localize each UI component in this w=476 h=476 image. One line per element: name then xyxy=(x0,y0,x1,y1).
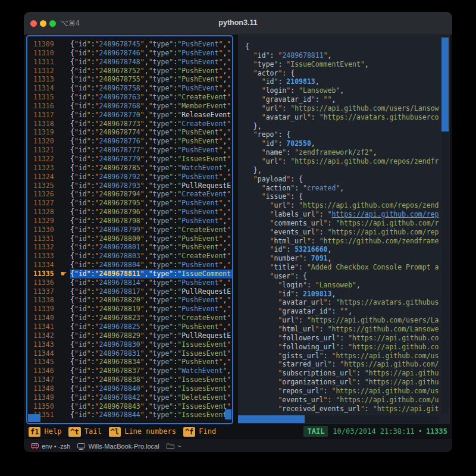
event-type: IssueComment xyxy=(181,270,231,278)
text-segment: " xyxy=(149,75,153,83)
log-row[interactable]: 11334{"id":"2489678804","type":"PushEven… xyxy=(27,261,232,270)
log-row[interactable]: 11330{"id":"2489678799","type":"CreateEv… xyxy=(27,226,232,234)
footer-shortcut-tail[interactable]: ^t Tail xyxy=(68,425,101,437)
log-row[interactable]: 11324{"id":"2489678792","type":"PushEven… xyxy=(27,173,232,181)
text-segment: { xyxy=(70,67,74,75)
log-row[interactable]: 11331{"id":"2489678800","type":"PushEven… xyxy=(27,234,232,243)
footer-shortcut-help[interactable]: f1 Help xyxy=(29,425,61,437)
log-pane[interactable]: 11309{"id":"2489678745","type":"PushEven… xyxy=(26,35,233,424)
log-row[interactable]: 11343{"id":"2489678830","type":"IssuesEv… xyxy=(27,340,232,349)
text-segment: { xyxy=(70,358,74,366)
log-row[interactable]: 11315{"id":"2489678763","type":"CreateEv… xyxy=(27,93,232,102)
json-punct: }, xyxy=(253,122,262,130)
log-row[interactable]: 11326{"id":"2489678794","type":"CreateEv… xyxy=(27,190,232,199)
log-row[interactable]: 11316{"id":"2489678768","type":"MemberEv… xyxy=(27,102,232,111)
json-vertical-scrollbar[interactable] xyxy=(441,36,449,414)
text-segment: " xyxy=(95,384,99,393)
text-segment: " xyxy=(74,199,79,207)
log-row[interactable]: 11336{"id":"2489678814","type":"PushEven… xyxy=(27,278,232,287)
text-segment: " xyxy=(361,405,365,413)
json-vertical-scrollbar-thumb[interactable] xyxy=(441,37,449,131)
log-row[interactable]: 11348{"id":"2489678840","type":"IssuesEv… xyxy=(27,384,232,393)
log-row[interactable]: 11341{"id":"2489678825","type":"PushEven… xyxy=(27,322,232,331)
text-segment: { xyxy=(70,190,74,198)
log-row[interactable]: 11319{"id":"2489678774","type":"PushEven… xyxy=(27,128,232,137)
tail-mode-badge[interactable]: TAIL xyxy=(303,426,328,437)
log-text: {"id":"2489678773","type":"CreateEvent" xyxy=(70,120,232,129)
text-segment xyxy=(245,157,262,165)
text-segment: " xyxy=(87,49,91,57)
log-row[interactable]: 11309{"id":"2489678745","type":"PushEven… xyxy=(27,40,232,49)
log-row[interactable]: 11335☛{"id":"2489678811","type":"IssueCo… xyxy=(27,270,232,278)
titlebar[interactable]: ⌥⌘4 python3.11 xyxy=(24,12,452,35)
log-row[interactable]: 11344{"id":"2489678831","type":"IssuesEv… xyxy=(27,349,232,358)
json-detail-pane[interactable]: { "id": "2489678811", "type": "IssueComm… xyxy=(238,35,450,424)
log-row[interactable]: 11338{"id":"2489678820","type":"PushEven… xyxy=(27,296,232,305)
line-number: 11325 xyxy=(27,181,57,190)
log-row[interactable]: 11350{"id":"2489678843","type":"IssuesEv… xyxy=(27,402,232,411)
event-type: PushEvent xyxy=(181,208,218,216)
text-segment: " xyxy=(74,358,79,366)
pointer-gap xyxy=(57,217,70,226)
text-segment: , xyxy=(145,40,149,48)
json-horizontal-scrollbar-thumb[interactable] xyxy=(238,415,305,423)
text-segment: " xyxy=(227,217,231,225)
log-row[interactable]: 11332{"id":"2489678801","type":"PushEven… xyxy=(27,243,232,252)
statusbar-item-hostname[interactable]: Wills-MacBook-Pro.local xyxy=(77,443,159,450)
text-segment xyxy=(245,254,270,262)
log-horizontal-scrollbar[interactable] xyxy=(28,414,40,422)
log-lines: 11309{"id":"2489678745","type":"PushEven… xyxy=(27,36,232,419)
json-horizontal-scrollbar[interactable] xyxy=(238,415,439,423)
json-row: "type": "IssueCommentEvent", xyxy=(245,60,441,69)
log-row[interactable]: 11325{"id":"2489678793","type":"PullRequ… xyxy=(27,181,232,190)
event-type: PushEvent xyxy=(181,58,218,66)
log-row[interactable]: 11317{"id":"2489678770","type":"ReleaseE… xyxy=(27,111,232,120)
log-row[interactable]: 11312{"id":"2489678752","type":"PushEven… xyxy=(27,67,232,76)
text-segment: " xyxy=(315,210,320,218)
log-row[interactable]: 11329{"id":"2489678798","type":"PushEven… xyxy=(27,217,232,226)
log-row[interactable]: 11333{"id":"2489678803","type":"CreateEv… xyxy=(27,252,232,261)
log-row[interactable]: 11318{"id":"2489678773","type":"CreateEv… xyxy=(27,120,232,129)
text-segment: " xyxy=(315,325,320,333)
log-row[interactable]: 11339{"id":"2489678819","type":"PushEven… xyxy=(27,305,232,314)
statusbar-item-directory[interactable]: ~ xyxy=(167,443,181,450)
log-row[interactable]: 11346{"id":"2489678837","type":"WatchEve… xyxy=(27,367,232,375)
pointer-gap xyxy=(57,199,70,208)
log-row[interactable]: 11347{"id":"2489678838","type":"IssuesEv… xyxy=(27,375,232,384)
zoom-button[interactable] xyxy=(49,20,56,27)
log-row[interactable]: 11345{"id":"2489678834","type":"PushEven… xyxy=(27,358,232,367)
text-segment: , xyxy=(145,173,149,181)
log-row[interactable]: 11342{"id":"2489678829","type":"PullRequ… xyxy=(27,331,232,340)
log-text: {"id":"2489678814","type":"PushEvent"," xyxy=(70,278,232,287)
text-segment: { xyxy=(70,261,74,269)
log-row[interactable]: 11314{"id":"2489678758","type":"PushEven… xyxy=(27,84,232,93)
log-row[interactable]: 11321{"id":"2489678777","type":"PushEven… xyxy=(27,146,232,155)
log-row[interactable]: 11320{"id":"2489678776","type":"PushEven… xyxy=(27,137,232,146)
log-row[interactable]: 11340{"id":"2489678823","type":"CreateEv… xyxy=(27,314,232,322)
log-row[interactable]: 11349{"id":"2489678842","type":"DeleteEv… xyxy=(27,393,232,402)
log-row[interactable]: 11310{"id":"2489678746","type":"PushEven… xyxy=(27,49,232,58)
text-segment: " xyxy=(87,146,91,154)
statusbar-item-shell[interactable]: env • -zsh xyxy=(31,443,70,450)
log-text: {"id":"2489678763","type":"CreateEvent" xyxy=(70,93,232,102)
text-segment: " xyxy=(149,322,153,331)
log-row[interactable]: 11323{"id":"2489678785","type":"WatchEve… xyxy=(27,164,232,173)
text-segment: { xyxy=(70,305,74,313)
json-key: id xyxy=(274,245,282,253)
log-row[interactable]: 11328{"id":"2489678796","type":"PushEven… xyxy=(27,208,232,217)
close-button[interactable] xyxy=(30,20,37,27)
log-row[interactable]: 11322{"id":"2489678779","type":"IssuesEv… xyxy=(27,155,232,164)
log-row[interactable]: 11327{"id":"2489678795","type":"PushEven… xyxy=(27,199,232,208)
text-segment: " xyxy=(95,111,99,119)
footer-shortcut-find[interactable]: ^f Find xyxy=(183,425,216,437)
log-row[interactable]: 11351{"id":"2489678844","type":"IssuesEv… xyxy=(27,411,232,419)
log-row[interactable]: 11313{"id":"2489678755","type":"PushEven… xyxy=(27,75,232,84)
text-segment: " xyxy=(140,411,145,419)
text-segment: " xyxy=(87,349,91,358)
log-vertical-scrollbar[interactable] xyxy=(225,409,231,419)
footer-shortcut-line-numbers[interactable]: ^l Line numbers xyxy=(109,425,176,437)
log-row[interactable]: 11311{"id":"2489678748","type":"PushEven… xyxy=(27,58,232,67)
text-segment: " xyxy=(149,93,153,101)
minimize-button[interactable] xyxy=(40,20,46,27)
log-row[interactable]: 11337{"id":"2489678817","type":"PullRequ… xyxy=(27,287,232,296)
